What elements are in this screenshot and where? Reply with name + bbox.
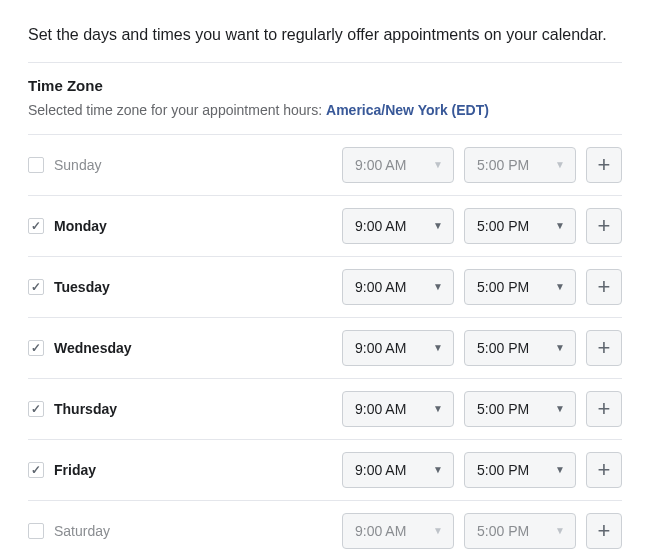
start-time-select: 9:00 AM▼ — [342, 147, 454, 183]
day-label: Monday — [54, 218, 107, 234]
timezone-label: Selected time zone for your appointment … — [28, 102, 326, 118]
add-time-button[interactable]: + — [586, 269, 622, 305]
start-time-select[interactable]: 9:00 AM▼ — [342, 391, 454, 427]
end-time-value: 5:00 PM — [477, 218, 529, 234]
chevron-down-icon: ▼ — [433, 220, 443, 231]
day-checkbox[interactable] — [28, 340, 44, 356]
chevron-down-icon: ▼ — [555, 525, 565, 536]
day-label: Tuesday — [54, 279, 110, 295]
day-row: Thursday9:00 AM▼5:00 PM▼+ — [28, 378, 622, 439]
day-label: Friday — [54, 462, 96, 478]
day-label: Wednesday — [54, 340, 132, 356]
start-time-value: 9:00 AM — [355, 218, 406, 234]
day-checkbox[interactable] — [28, 279, 44, 295]
start-time-select[interactable]: 9:00 AM▼ — [342, 208, 454, 244]
start-time-value: 9:00 AM — [355, 462, 406, 478]
day-checkbox[interactable] — [28, 523, 44, 539]
start-time-select[interactable]: 9:00 AM▼ — [342, 330, 454, 366]
add-time-button[interactable]: + — [586, 147, 622, 183]
start-time-select[interactable]: 9:00 AM▼ — [342, 452, 454, 488]
start-time-value: 9:00 AM — [355, 279, 406, 295]
day-row: Saturday9:00 AM▼5:00 PM▼+ — [28, 500, 622, 558]
chevron-down-icon: ▼ — [433, 464, 443, 475]
end-time-select[interactable]: 5:00 PM▼ — [464, 269, 576, 305]
chevron-down-icon: ▼ — [433, 281, 443, 292]
timezone-heading: Time Zone — [28, 77, 622, 94]
day-row: Sunday9:00 AM▼5:00 PM▼+ — [28, 134, 622, 195]
start-time-select[interactable]: 9:00 AM▼ — [342, 269, 454, 305]
day-label: Thursday — [54, 401, 117, 417]
add-time-button[interactable]: + — [586, 452, 622, 488]
end-time-value: 5:00 PM — [477, 401, 529, 417]
day-label: Sunday — [54, 157, 101, 173]
chevron-down-icon: ▼ — [555, 281, 565, 292]
chevron-down-icon: ▼ — [555, 403, 565, 414]
add-time-button[interactable]: + — [586, 513, 622, 549]
add-time-button[interactable]: + — [586, 391, 622, 427]
day-checkbox[interactable] — [28, 462, 44, 478]
end-time-select[interactable]: 5:00 PM▼ — [464, 208, 576, 244]
chevron-down-icon: ▼ — [433, 159, 443, 170]
start-time-value: 9:00 AM — [355, 401, 406, 417]
start-time-value: 9:00 AM — [355, 340, 406, 356]
end-time-value: 5:00 PM — [477, 157, 529, 173]
start-time-select: 9:00 AM▼ — [342, 513, 454, 549]
day-checkbox[interactable] — [28, 218, 44, 234]
timezone-link[interactable]: America/New York (EDT) — [326, 102, 489, 118]
end-time-select[interactable]: 5:00 PM▼ — [464, 330, 576, 366]
chevron-down-icon: ▼ — [555, 159, 565, 170]
end-time-select[interactable]: 5:00 PM▼ — [464, 391, 576, 427]
start-time-value: 9:00 AM — [355, 523, 406, 539]
end-time-value: 5:00 PM — [477, 523, 529, 539]
timezone-text: Selected time zone for your appointment … — [28, 102, 622, 118]
divider — [28, 62, 622, 63]
day-row: Tuesday9:00 AM▼5:00 PM▼+ — [28, 256, 622, 317]
day-checkbox[interactable] — [28, 157, 44, 173]
start-time-value: 9:00 AM — [355, 157, 406, 173]
chevron-down-icon: ▼ — [433, 403, 443, 414]
end-time-value: 5:00 PM — [477, 340, 529, 356]
day-checkbox[interactable] — [28, 401, 44, 417]
day-row: Friday9:00 AM▼5:00 PM▼+ — [28, 439, 622, 500]
day-row: Monday9:00 AM▼5:00 PM▼+ — [28, 195, 622, 256]
add-time-button[interactable]: + — [586, 208, 622, 244]
add-time-button[interactable]: + — [586, 330, 622, 366]
chevron-down-icon: ▼ — [555, 342, 565, 353]
end-time-value: 5:00 PM — [477, 462, 529, 478]
page-description: Set the days and times you want to regul… — [28, 24, 622, 46]
chevron-down-icon: ▼ — [433, 342, 443, 353]
day-row: Wednesday9:00 AM▼5:00 PM▼+ — [28, 317, 622, 378]
chevron-down-icon: ▼ — [433, 525, 443, 536]
end-time-select: 5:00 PM▼ — [464, 147, 576, 183]
chevron-down-icon: ▼ — [555, 464, 565, 475]
end-time-select[interactable]: 5:00 PM▼ — [464, 452, 576, 488]
end-time-value: 5:00 PM — [477, 279, 529, 295]
chevron-down-icon: ▼ — [555, 220, 565, 231]
end-time-select: 5:00 PM▼ — [464, 513, 576, 549]
day-label: Saturday — [54, 523, 110, 539]
